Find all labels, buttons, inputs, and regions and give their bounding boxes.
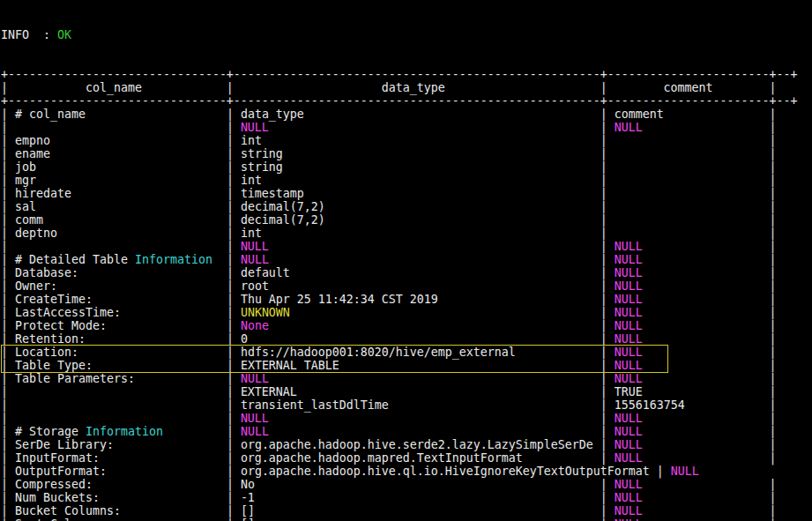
status-separator: :: [29, 28, 57, 41]
table-row: | Sort Columns: | [] | NULL |: [1, 517, 812, 521]
table-row: | deptno | int | |: [1, 227, 812, 240]
table-row: | Owner: | root | NULL |: [1, 279, 812, 293]
table-row: | Bucket Columns: | [] | NULL |: [1, 504, 812, 517]
table-row: | Table Parameters: | NULL | NULL |: [1, 372, 812, 385]
table-row: | CreateTime: | Thu Apr 25 11:42:34 CST …: [1, 293, 812, 306]
table-row: | # Storage Information | NULL | NULL |: [1, 425, 812, 438]
table-row: | InputFormat: | org.apache.hadoop.mapre…: [1, 451, 812, 465]
table-row: | Table Type: | EXTERNAL_TABLE | NULL |: [1, 359, 812, 372]
table-row: | ename | string | |: [1, 147, 812, 160]
status-value: OK: [57, 28, 71, 41]
table-border: +-------------------------------+-------…: [1, 94, 812, 108]
table-row: | | EXTERNAL | TRUE |: [1, 385, 812, 398]
table-row: | Protect Mode: | None | NULL |: [1, 319, 812, 332]
table-row: | LastAccessTime: | UNKNOWN | NULL |: [1, 306, 812, 319]
table-border: +-------------------------------+-------…: [1, 68, 812, 81]
status-line: INFO : OK: [1, 28, 812, 41]
table-row: | empno | int | |: [1, 134, 812, 147]
table-row: | hiredate | timestamp | |: [1, 187, 812, 200]
table-row: | Location: | hdfs://hadoop001:8020/hive…: [1, 346, 812, 359]
status-level: INFO: [1, 28, 29, 41]
table-row: | | NULL | NULL |: [1, 121, 812, 134]
table-row: | OutputFormat: | org.apache.hadoop.hive…: [1, 465, 812, 478]
table-row: | # col_name | data_type | comment |: [1, 108, 812, 121]
table-row: | | NULL | NULL |: [1, 240, 812, 253]
table-row: | sal | decimal(7,2) | |: [1, 200, 812, 213]
table-row: | Database: | default | NULL |: [1, 266, 812, 279]
table-header-row: | col_name | data_type | comment |: [1, 81, 812, 94]
terminal-window[interactable]: INFO : OK +-----------------------------…: [0, 0, 812, 521]
table-row: | # Detailed Table Information | NULL | …: [1, 253, 812, 266]
table-row: | mgr | int | |: [1, 174, 812, 187]
table-row: | | NULL | NULL |: [1, 412, 812, 425]
table-row: | Num Buckets: | -1 | NULL |: [1, 491, 812, 504]
table-row: | Retention: | 0 | NULL |: [1, 332, 812, 346]
table-row: | | transient_lastDdlTime | 1556163754 |: [1, 398, 812, 412]
table-row: | comm | decimal(7,2) | |: [1, 213, 812, 227]
table-row: | job | string | |: [1, 160, 812, 174]
table-row: | SerDe Library: | org.apache.hadoop.hiv…: [1, 438, 812, 451]
table-row: | Compressed: | No | NULL |: [1, 478, 812, 491]
hive-describe-formatted-output: +-------------------------------+-------…: [1, 68, 812, 521]
